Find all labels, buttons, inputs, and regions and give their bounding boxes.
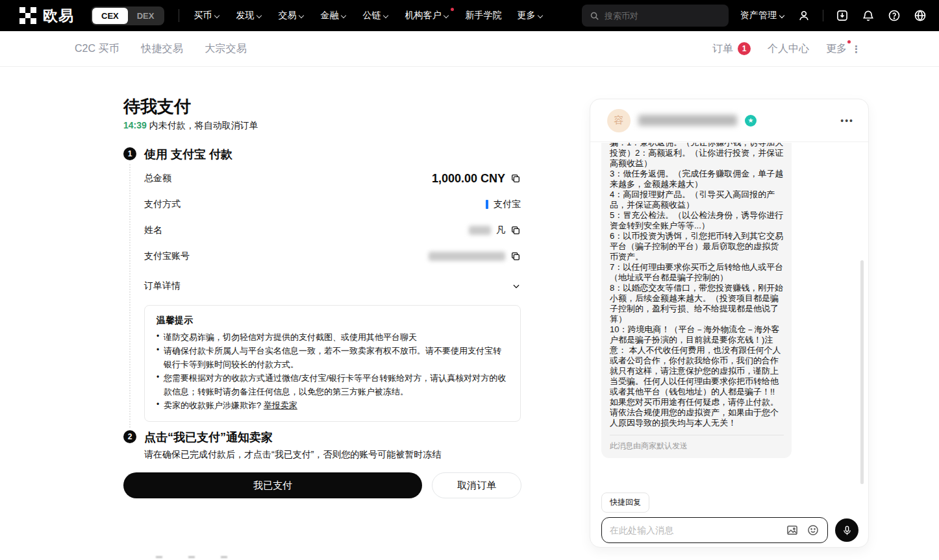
menu-buy-crypto[interactable]: 买币 [194,10,220,21]
menu-discover[interactable]: 发现 [236,10,262,21]
chat-panel: 容 ★ ••• 骗：1：兼职返佣。（先让你赚小钱，诱导加大投资）2：高额返利。（… [590,99,869,548]
redacted-name [469,226,491,235]
page-title: 待我支付 [123,95,191,118]
toggle-cex[interactable]: CEX [92,8,128,24]
menu-academy[interactable]: 新手学院 [465,10,501,21]
kebab-menu-icon: ⋮ [851,44,861,54]
okx-logo-icon [19,7,36,24]
copy-icon[interactable] [510,251,521,262]
report-seller-link[interactable]: 举报卖家 [264,400,297,410]
chevron-down-icon [214,12,220,18]
chevron-down-icon [538,12,544,18]
tip-item: 您需要根据对方的收款方式通过微信/支付宝/银行卡等平台转账给对方，请认真核对对方… [156,371,508,398]
alipay-account-label: 支付宝账号 [144,250,190,262]
alipay-account-row: 支付宝账号 [144,243,521,269]
divider [179,9,179,22]
chat-header: 容 ★ ••• [590,99,868,142]
image-upload-icon[interactable] [786,524,799,537]
step-connector [129,164,131,428]
tab-block-trade[interactable]: 大宗交易 [205,42,246,56]
okx-logo-text: 欧易 [43,6,74,26]
menu-finance[interactable]: 金融 [320,10,347,21]
payment-details: 总金额 1,000.00 CNY 支付方式 支付宝 姓名 凡 支付宝账号 订单详… [144,165,521,299]
profile-center-link[interactable]: 个人中心 [768,42,809,56]
tip-item: 谨防交易诈骗，切勿轻信对方提供的支付截图、或使用其他平台聊天 [156,330,508,344]
voice-message-button[interactable] [835,518,858,542]
merchant-avatar: 容 [607,109,631,132]
payee-name-row: 姓名 凡 [144,217,521,243]
verified-badge-icon: ★ [745,115,757,127]
tips-title: 温馨提示 [156,315,508,326]
chevron-down-icon [512,282,521,291]
copy-icon[interactable] [510,225,521,236]
search-icon [590,11,599,21]
okx-logo[interactable]: 欧易 [19,6,74,26]
emoji-icon[interactable] [807,524,820,537]
payment-method-value: 支付宝 [494,199,521,210]
step-1-badge: 1 [123,147,136,160]
microphone-icon [842,525,853,536]
payee-name-label: 姓名 [144,225,162,236]
menu-more[interactable]: 更多 [517,10,544,21]
notification-dot [451,8,454,11]
tip-item: 请确保付款卡所属人与平台实名信息一致，若不一致卖家有权不放币。请不要使用支付宝转… [156,344,508,371]
menu-trade[interactable]: 交易 [278,10,305,21]
redacted-merchant-name [638,115,737,126]
chevron-down-icon [779,12,785,18]
alipay-icon [486,200,488,209]
order-details-label: 订单详情 [144,280,181,292]
chat-input-bar [601,517,828,543]
download-app-icon[interactable] [835,8,849,23]
divider [610,435,784,435]
language-globe-icon[interactable] [913,8,927,23]
profile-icon[interactable] [797,8,811,23]
merchant-message-text: 骗：1：兼职返佣。（先让你赚小钱，诱导加大投资）2：高额返利。（让你进行投资，并… [610,143,784,428]
divider [823,10,823,21]
chevron-down-icon [299,12,305,18]
notification-dot [847,40,851,43]
orders-link[interactable]: 订单 1 [712,42,751,56]
chat-more-icon[interactable]: ••• [840,116,854,126]
toggle-dex[interactable]: DEX [128,8,164,24]
secondary-navbar: C2C 买币 快捷交易 大宗交易 订单 1 个人中心 更多 ⋮ [0,31,939,67]
chevron-down-icon [383,12,389,18]
search-input[interactable] [605,11,721,21]
topbar-right: 资产管理 [582,5,927,27]
tab-c2c-buy[interactable]: C2C 买币 [75,42,119,56]
tips-box: 温馨提示 谨防交易诈骗，切勿轻信对方提供的支付截图、或使用其他平台聊天 请确保付… [144,305,521,422]
pair-search[interactable] [582,5,729,27]
merchant-message-bubble: 骗：1：兼职返佣。（先让你赚小钱，诱导加大投资）2：高额返利。（让你进行投资，并… [601,143,792,458]
chat-message-input[interactable] [610,525,778,535]
quick-reply-button[interactable]: 快捷回复 [601,493,649,513]
tab-express-trade[interactable]: 快捷交易 [141,42,182,56]
notifications-bell-icon[interactable] [861,8,875,23]
more-menu[interactable]: 更多 ⋮ [826,42,861,56]
step-2-subtitle: 请在确保已完成付款后，才点击“我已支付”，否则您的账号可能被暂时冻结 [144,449,441,461]
step-2-title: 点击“我已支付”通知卖家 [144,430,273,445]
page: 欧易 CEX DEX 买币 发现 交易 金融 公链 机构客户 新手学院 更多 资… [0,0,939,560]
top-navbar: 欧易 CEX DEX 买币 发现 交易 金融 公链 机构客户 新手学院 更多 资… [0,0,939,31]
total-amount-row: 总金额 1,000.00 CNY [144,165,521,191]
chevron-down-icon [257,12,262,18]
subnav-tabs: C2C 买币 快捷交易 大宗交易 [75,42,246,56]
chevron-down-icon [444,12,449,18]
total-amount-label: 总金额 [144,173,171,184]
i-have-paid-button[interactable]: 我已支付 [123,472,422,498]
menu-institutions[interactable]: 机构客户 [405,10,449,21]
assets-menu[interactable]: 资产管理 [740,10,785,21]
chat-messages[interactable]: 骗：1：兼职返佣。（先让你赚小钱，诱导加大投资）2：高额返利。（让你进行投资，并… [590,143,868,485]
chat-scrollbar[interactable] [860,260,864,484]
cancel-order-button[interactable]: 取消订单 [432,472,521,498]
redacted-account [429,252,505,261]
payment-method-row: 支付方式 支付宝 [144,191,521,217]
menu-chain[interactable]: 公链 [362,10,389,21]
countdown-value: 14:39 [123,120,147,130]
payee-name-visible: 凡 [496,225,505,236]
order-details-toggle[interactable]: 订单详情 [144,273,521,299]
copy-icon[interactable] [510,173,521,184]
step-1-title: 使用 支付宝 付款 [144,147,232,162]
payment-method-label: 支付方式 [144,199,181,210]
chevron-down-icon [341,12,347,18]
cex-dex-toggle: CEX DEX [91,6,164,25]
help-icon[interactable] [887,8,901,23]
